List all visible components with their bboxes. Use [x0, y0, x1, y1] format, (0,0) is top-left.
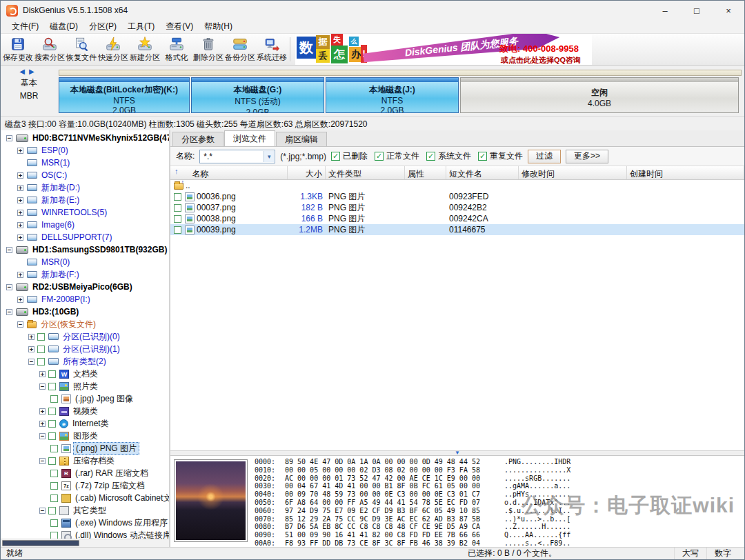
toolbar-search-button[interactable]: 搜索分区 — [34, 34, 66, 65]
preview-splitter[interactable]: ▼ — [170, 450, 744, 456]
column-header[interactable]: 属性 — [405, 166, 446, 179]
toolbar-backup-button[interactable]: 备份分区 — [224, 34, 256, 65]
tree-item[interactable]: −分区(恢复文件) — [1, 318, 169, 330]
next-disk-icon[interactable]: ▶ — [29, 68, 39, 75]
close-button[interactable]: × — [713, 1, 744, 20]
tree-checkbox[interactable] — [50, 470, 58, 477]
tab[interactable]: 分区参数 — [172, 132, 223, 146]
collapse-icon[interactable]: − — [39, 458, 46, 464]
column-header[interactable]: 文件类型 — [326, 166, 405, 179]
expand-icon[interactable]: + — [17, 197, 23, 203]
tree-item[interactable]: +新加卷(E:) — [1, 194, 169, 206]
collapse-icon[interactable]: − — [39, 433, 46, 439]
tree-checkbox[interactable] — [48, 507, 56, 514]
expand-icon[interactable]: + — [17, 148, 23, 154]
expand-icon[interactable]: + — [28, 334, 34, 340]
expand-icon[interactable]: + — [17, 297, 23, 303]
expand-icon[interactable]: + — [17, 185, 23, 191]
collapse-icon[interactable]: − — [17, 321, 23, 328]
tree-item[interactable]: MSR(1) — [1, 157, 169, 169]
toolbar-quick-button[interactable]: 快速分区 — [97, 34, 129, 65]
menu-item[interactable]: 分区(P) — [83, 19, 122, 34]
filter-checkbox[interactable]: ✓系统文件 — [426, 150, 471, 162]
expand-icon[interactable]: + — [17, 234, 23, 241]
file-checkbox[interactable] — [174, 226, 181, 234]
tree-item[interactable]: −压缩存档类 — [1, 454, 169, 467]
tree-item[interactable]: (.dll) Windows 动态链接库 — [1, 529, 169, 539]
collapse-icon[interactable]: − — [39, 383, 46, 390]
more-button[interactable]: 更多>> — [566, 150, 608, 163]
toolbar-format-button[interactable]: 格式化 — [161, 34, 192, 65]
filter-checkbox[interactable]: ✓正常文件 — [375, 150, 419, 162]
expand-icon[interactable]: + — [39, 421, 46, 427]
tree-checkbox[interactable] — [50, 532, 58, 539]
dropdown-arrow-icon[interactable]: ▾ — [264, 151, 274, 162]
tree-item[interactable]: −照片类 — [1, 380, 169, 392]
tree-checkbox[interactable] — [48, 408, 56, 415]
ad-qq-link[interactable]: 或点击此处选择QQ咨询 — [501, 55, 581, 65]
tree-item[interactable]: −HD3:(10GB) — [1, 306, 169, 318]
menu-item[interactable]: 文件(F) — [6, 19, 44, 34]
column-header[interactable]: 创建时间 — [627, 166, 744, 179]
file-row[interactable]: 00037.png182 BPNG 图片009242B2 — [170, 202, 744, 213]
column-header[interactable]: ↑名称 — [170, 166, 288, 179]
tree-item[interactable]: −其它类型 — [1, 504, 169, 517]
partition-block[interactable]: 本地磁盘(G:)NTFS (活动)2.0GB — [191, 77, 324, 113]
tree-item[interactable]: +新加卷(F:) — [1, 268, 169, 281]
tree-checkbox[interactable] — [48, 457, 56, 465]
ad-banner[interactable]: 数据丢失怎么办! DiskGenius 团队为您服务 致电: 400-008-9… — [295, 34, 592, 65]
tree-item[interactable]: (.cab) Microsoft Cabinet文件 — [1, 492, 169, 504]
file-checkbox[interactable] — [174, 193, 181, 201]
filter-checkbox[interactable]: ✓重复文件 — [478, 150, 523, 162]
splitter-handle-icon[interactable]: ▼ — [170, 451, 744, 455]
tree-checkbox[interactable] — [48, 420, 56, 428]
file-row[interactable]: 00039.png1.2MBPNG 图片01146675 — [170, 224, 744, 235]
expand-icon[interactable]: + — [39, 408, 46, 414]
partition-block[interactable]: 本地磁盘(J:)NTFS2.0GB — [326, 77, 459, 113]
tree-checkbox[interactable] — [50, 519, 58, 527]
tree-item[interactable]: +WINRETOOLS(5) — [1, 206, 169, 219]
partition-block[interactable]: 空闲4.0GB — [460, 77, 739, 113]
tree-item[interactable]: MSR(0) — [1, 256, 169, 268]
tree-checkbox[interactable] — [50, 494, 58, 502]
collapse-icon[interactable]: − — [6, 284, 12, 290]
tree-item[interactable]: +ESP(0) — [1, 144, 169, 157]
toolbar-new-button[interactable]: 新建分区 — [129, 34, 161, 65]
menu-item[interactable]: 工具(T) — [122, 19, 160, 34]
tree-item[interactable]: (.png) PNG 图片 — [1, 442, 169, 454]
tree-checkbox[interactable] — [48, 383, 56, 390]
expand-icon[interactable]: + — [17, 172, 23, 179]
tab[interactable]: 浏览文件 — [224, 130, 275, 146]
tree-item[interactable]: (.jpg) Jpeg 图像 — [1, 392, 169, 405]
tree-item[interactable]: −所有类型(2) — [1, 355, 169, 368]
tree-item[interactable]: 7z(.7z) 7zip 压缩文档 — [1, 479, 169, 492]
file-row[interactable]: 00036.png1.3KBPNG 图片00923FED — [170, 191, 744, 202]
tree-checkbox[interactable] — [50, 445, 58, 452]
parent-dir-row[interactable]: .. — [170, 180, 744, 191]
file-checkbox[interactable] — [174, 215, 181, 223]
collapse-icon[interactable]: − — [6, 135, 12, 141]
collapse-icon[interactable]: − — [39, 508, 46, 514]
expand-icon[interactable]: + — [17, 222, 23, 228]
tree-item[interactable]: +分区(已识别)(0) — [1, 330, 169, 343]
collapse-icon[interactable]: − — [28, 359, 34, 365]
tree-checkbox[interactable] — [37, 346, 45, 353]
toolbar-migrate-button[interactable]: 系统迁移 — [256, 34, 288, 65]
tree-item[interactable]: −图形类 — [1, 430, 169, 442]
filter-button[interactable]: 过滤 — [528, 150, 561, 163]
tree-checkbox[interactable] — [50, 482, 58, 490]
prev-disk-icon[interactable]: ◀ — [19, 68, 29, 75]
toolbar-save-button[interactable]: 保存更改 — [2, 34, 34, 65]
column-header[interactable]: 大小 — [288, 166, 326, 179]
expand-icon[interactable]: + — [17, 210, 23, 216]
filter-checkbox[interactable]: ✓已删除 — [331, 150, 368, 162]
minimize-button[interactable]: – — [649, 1, 681, 20]
tree-item[interactable]: +Image(6) — [1, 219, 169, 231]
tree-checkbox[interactable] — [37, 358, 45, 366]
tree-item[interactable]: −HD1:SamsungSSD9801TB(932GB) — [1, 243, 169, 256]
file-row[interactable]: 00038.png166 BPNG 图片009242CA — [170, 213, 744, 224]
collapse-icon[interactable]: − — [6, 247, 12, 253]
column-header[interactable]: 修改时间 — [519, 166, 627, 179]
partition-block[interactable]: 本地磁盘(BitLocker加密)(K:)NTFS2.0GB — [59, 77, 190, 113]
expand-icon[interactable]: + — [17, 272, 23, 278]
